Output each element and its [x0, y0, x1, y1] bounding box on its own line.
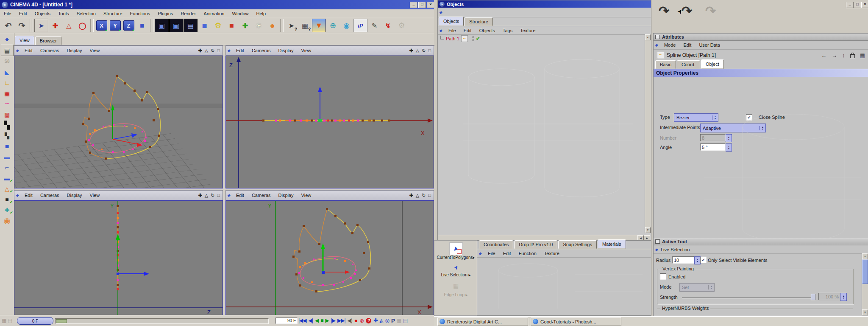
tab-object[interactable]: Object — [701, 59, 724, 69]
record-icon[interactable]: ● — [354, 317, 357, 324]
scroll-up-icon[interactable]: ▲ — [645, 34, 651, 40]
tab-browser[interactable]: Browser — [35, 37, 61, 45]
menu-file[interactable]: File — [0, 10, 15, 17]
menu-objects[interactable]: Objects — [31, 10, 54, 17]
history-forward-icon[interactable]: → — [832, 52, 837, 59]
key-pla-icon[interactable]: ▦ — [397, 318, 401, 323]
vp-menu-view[interactable]: View — [298, 47, 315, 54]
objects-vscrollbar[interactable]: ▲ ▼ — [645, 34, 651, 233]
tab-coordinates[interactable]: Coordinates — [479, 240, 513, 249]
vp-maximize-icon[interactable]: □ — [217, 48, 220, 53]
objects-menu-tags[interactable]: Tags — [499, 27, 516, 34]
history-back-icon[interactable]: ← — [821, 52, 826, 59]
tab-structure[interactable]: Structure — [465, 17, 493, 26]
vp-zoom-icon[interactable]: △ — [205, 193, 208, 198]
tab-view[interactable]: View — [15, 36, 34, 45]
vp-pan-icon[interactable]: ✚ — [198, 193, 202, 198]
sound-icon[interactable]: ◀) — [348, 318, 352, 323]
panel-handle-icon[interactable]: ◆ — [14, 48, 21, 53]
scroll-thumb[interactable] — [862, 259, 868, 284]
only-visible-checkbox[interactable]: ✔ — [700, 257, 707, 263]
enable-tool-icon[interactable]: ✚✔ — [1, 205, 13, 215]
help-pointer-icon[interactable]: ➤? — [285, 19, 298, 32]
taskbar-button-good-tutorials[interactable]: Good-Tutorials - Photosh... — [531, 318, 621, 326]
attr-menu-edit[interactable]: Edit — [680, 42, 695, 48]
minimize-button[interactable]: _ — [410, 2, 417, 8]
timeline-slider[interactable] — [55, 318, 269, 324]
scroll-down-icon[interactable]: ▼ — [645, 227, 651, 233]
attr-menu-userdata[interactable]: User Data — [696, 42, 723, 48]
key-doc-icon[interactable]: ▤ — [403, 318, 407, 323]
strength-field[interactable]: 100 % — [818, 293, 840, 300]
lock-z-axis-icon[interactable]: Z▲ — [122, 19, 135, 32]
vp-maximize-icon[interactable]: □ — [428, 48, 431, 53]
key-parameter-icon[interactable]: P — [391, 318, 395, 324]
portrait-icon[interactable]: ◉ — [1, 215, 13, 226]
menu-help[interactable]: Help — [253, 10, 270, 17]
materials-menu-file[interactable]: File — [484, 250, 499, 257]
vp-menu-cameras[interactable]: Cameras — [36, 47, 63, 54]
vp-zoom-icon[interactable]: △ — [416, 193, 419, 198]
angle-field[interactable]: 5 ° — [700, 143, 726, 151]
tab-coord[interactable]: Coord. — [677, 60, 700, 69]
vp-menu-display[interactable]: Display — [63, 47, 86, 54]
tab-snap-settings[interactable]: Snap Settings — [558, 240, 597, 249]
vp-menu-edit[interactable]: Edit — [21, 47, 36, 54]
radius-field[interactable]: 10 — [672, 256, 694, 264]
goto-start-icon[interactable]: |◀◀ — [298, 318, 306, 323]
menu-window[interactable]: Window — [228, 10, 252, 17]
angle-stepper[interactable]: ▲▼ — [726, 143, 732, 152]
tab-drop-it-pro[interactable]: Drop It! Pro v1.0 — [514, 240, 557, 249]
materials-body[interactable] — [477, 258, 651, 315]
timeline-corner-icon[interactable]: ▦ — [2, 318, 6, 323]
vp-pan-icon[interactable]: ✚ — [198, 48, 202, 53]
lock-icon[interactable] — [850, 54, 855, 58]
strength-slider-track[interactable] — [682, 297, 813, 298]
vp-pan-icon[interactable]: ✚ — [409, 193, 413, 198]
parent-object-icon[interactable]: ↑ — [842, 52, 845, 59]
rotate-tool-icon[interactable]: ◯ — [76, 19, 89, 32]
scale-tool-icon[interactable]: △ — [62, 19, 75, 32]
play-icon[interactable]: ▶ — [325, 318, 328, 323]
objects-menu-edit[interactable]: Edit — [460, 27, 475, 34]
vp-menu-display[interactable]: Display — [63, 192, 86, 199]
menu-edit[interactable]: Edit — [15, 10, 31, 17]
texture-checker-icon[interactable]: ▚ — [1, 120, 13, 130]
move-tool-icon[interactable]: ✚ — [49, 19, 62, 32]
selection-tool-icon[interactable]: ➤ — [34, 19, 48, 32]
materials-menu-texture[interactable]: Texture — [541, 250, 563, 257]
point-grid-icon[interactable]: ▦ — [1, 88, 13, 98]
current-frame-button[interactable]: 0 F — [17, 317, 53, 325]
stop-icon[interactable]: ■ — [320, 318, 323, 323]
play-backward-icon[interactable]: ◀ — [315, 318, 318, 323]
vp-menu-display[interactable]: Display — [275, 192, 298, 199]
palette-item-live-selection[interactable]: Live Selection ▸ — [434, 273, 477, 277]
layer-dots[interactable] — [472, 36, 474, 41]
axis-corner-icon[interactable]: ∟ — [1, 77, 13, 88]
light-object-icon[interactable]: ☀ — [252, 19, 265, 32]
new-window-icon[interactable]: ▦ — [860, 52, 865, 59]
objects-list[interactable]: Path 1 ~ ✔ — [438, 35, 651, 233]
objects-menu-file[interactable]: File — [445, 27, 459, 34]
vp-menu-view[interactable]: View — [298, 192, 315, 199]
mode-dropdown[interactable]: Set ▲▼ — [679, 283, 715, 292]
help-grid-icon[interactable]: ▦? — [298, 19, 312, 32]
menu-functions[interactable]: Functions — [126, 10, 154, 17]
lock-y-axis-icon[interactable]: Y▲ — [108, 19, 122, 32]
blocks-icon[interactable]: ▩ — [1, 109, 13, 120]
tab-materials[interactable]: Materials — [598, 239, 626, 249]
palette-item-edge-loop[interactable]: Edge Loop ▸ — [434, 292, 477, 297]
panel-handle-icon[interactable]: ◆ — [225, 193, 233, 197]
key-rotation-icon[interactable]: ◎ — [385, 318, 389, 323]
pen-tool-icon[interactable]: ✎ — [368, 19, 381, 32]
record-ghost-icon[interactable]: ⊚ — [359, 318, 364, 324]
enable-glove-icon[interactable]: ■✔ — [1, 194, 13, 205]
autokey-help-icon[interactable]: ? — [366, 318, 371, 323]
number-field[interactable]: 8 — [700, 134, 726, 141]
timeline-playhead[interactable] — [56, 319, 67, 323]
menu-tools[interactable]: Tools — [54, 10, 73, 17]
prev-key-icon[interactable]: ◀| — [309, 318, 313, 323]
end-frame-field[interactable]: 90 F — [275, 318, 298, 324]
redo-icon[interactable]: ↷ — [15, 19, 28, 32]
restore-button[interactable]: □ — [418, 2, 426, 8]
